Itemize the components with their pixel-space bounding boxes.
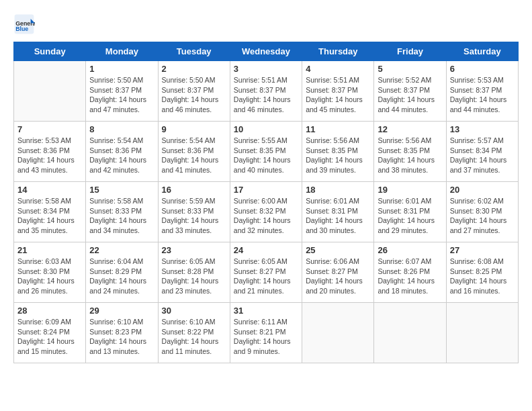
calendar-cell: 28Sunrise: 6:09 AMSunset: 8:24 PMDayligh… [14, 303, 86, 363]
weekday-header-tuesday: Tuesday [158, 42, 230, 61]
calendar-cell [302, 303, 374, 363]
day-number: 11 [306, 124, 370, 134]
calendar-cell: 15Sunrise: 5:58 AMSunset: 8:33 PMDayligh… [86, 182, 158, 242]
calendar-cell: 24Sunrise: 6:05 AMSunset: 8:27 PMDayligh… [230, 242, 302, 303]
weekday-header-saturday: Saturday [446, 42, 518, 61]
day-info: Sunrise: 5:51 AMSunset: 8:37 PMDaylight:… [306, 75, 370, 115]
day-info: Sunrise: 5:59 AMSunset: 8:33 PMDaylight:… [162, 196, 226, 236]
day-info: Sunrise: 6:01 AMSunset: 8:31 PMDaylight:… [378, 196, 442, 236]
weekday-header-monday: Monday [86, 42, 158, 61]
calendar-cell: 23Sunrise: 6:05 AMSunset: 8:28 PMDayligh… [158, 242, 230, 303]
day-number: 20 [450, 185, 515, 195]
day-info: Sunrise: 5:57 AMSunset: 8:34 PMDaylight:… [450, 136, 515, 175]
logo-icon: General Blue [13, 13, 35, 35]
day-number: 27 [450, 245, 515, 255]
day-number: 24 [234, 245, 298, 255]
day-info: Sunrise: 6:06 AMSunset: 8:27 PMDaylight:… [306, 257, 370, 296]
day-info: Sunrise: 5:52 AMSunset: 8:37 PMDaylight:… [378, 75, 442, 115]
day-info: Sunrise: 6:10 AMSunset: 8:22 PMDaylight:… [162, 317, 226, 357]
calendar-cell: 22Sunrise: 6:04 AMSunset: 8:29 PMDayligh… [86, 242, 158, 303]
day-info: Sunrise: 6:09 AMSunset: 8:24 PMDaylight:… [17, 317, 82, 357]
calendar-cell: 19Sunrise: 6:01 AMSunset: 8:31 PMDayligh… [374, 182, 446, 242]
day-number: 17 [234, 185, 298, 195]
weekday-header-sunday: Sunday [14, 42, 86, 61]
day-number: 9 [162, 124, 226, 134]
week-row-1: 1Sunrise: 5:50 AMSunset: 8:37 PMDaylight… [14, 61, 519, 122]
calendar-cell: 20Sunrise: 6:02 AMSunset: 8:30 PMDayligh… [446, 182, 518, 242]
calendar-cell [14, 61, 86, 122]
calendar-cell: 14Sunrise: 5:58 AMSunset: 8:34 PMDayligh… [14, 182, 86, 242]
day-number: 14 [17, 185, 82, 195]
day-number: 5 [378, 64, 442, 74]
calendar-cell: 10Sunrise: 5:55 AMSunset: 8:35 PMDayligh… [230, 122, 302, 182]
calendar-cell: 13Sunrise: 5:57 AMSunset: 8:34 PMDayligh… [446, 122, 518, 182]
calendar-cell: 18Sunrise: 6:01 AMSunset: 8:31 PMDayligh… [302, 182, 374, 242]
day-number: 13 [450, 124, 515, 134]
calendar-cell: 31Sunrise: 6:11 AMSunset: 8:21 PMDayligh… [230, 303, 302, 363]
calendar-cell: 3Sunrise: 5:51 AMSunset: 8:37 PMDaylight… [230, 61, 302, 122]
week-row-4: 21Sunrise: 6:03 AMSunset: 8:30 PMDayligh… [14, 242, 519, 303]
day-number: 23 [162, 245, 226, 255]
calendar-cell [374, 303, 446, 363]
day-number: 2 [162, 64, 226, 74]
calendar-cell: 30Sunrise: 6:10 AMSunset: 8:22 PMDayligh… [158, 303, 230, 363]
day-number: 7 [17, 124, 82, 134]
day-number: 6 [450, 64, 515, 74]
day-number: 29 [89, 306, 154, 316]
day-number: 28 [17, 306, 82, 316]
day-info: Sunrise: 5:56 AMSunset: 8:35 PMDaylight:… [378, 136, 442, 175]
calendar-cell: 6Sunrise: 5:53 AMSunset: 8:37 PMDaylight… [446, 61, 518, 122]
day-info: Sunrise: 5:53 AMSunset: 8:36 PMDaylight:… [17, 136, 82, 175]
week-row-5: 28Sunrise: 6:09 AMSunset: 8:24 PMDayligh… [14, 303, 519, 363]
day-number: 8 [89, 124, 154, 134]
calendar-cell: 11Sunrise: 5:56 AMSunset: 8:35 PMDayligh… [302, 122, 374, 182]
day-number: 26 [378, 245, 442, 255]
calendar-cell: 7Sunrise: 5:53 AMSunset: 8:36 PMDaylight… [14, 122, 86, 182]
logo: General Blue [13, 13, 38, 35]
day-info: Sunrise: 6:00 AMSunset: 8:32 PMDaylight:… [234, 196, 298, 236]
day-number: 31 [234, 306, 298, 316]
weekday-header-friday: Friday [374, 42, 446, 61]
page-header: General Blue [13, 13, 519, 35]
calendar-cell: 25Sunrise: 6:06 AMSunset: 8:27 PMDayligh… [302, 242, 374, 303]
calendar-cell [446, 303, 518, 363]
calendar-cell: 21Sunrise: 6:03 AMSunset: 8:30 PMDayligh… [14, 242, 86, 303]
day-info: Sunrise: 6:05 AMSunset: 8:28 PMDaylight:… [162, 257, 226, 296]
day-info: Sunrise: 5:55 AMSunset: 8:35 PMDaylight:… [234, 136, 298, 175]
calendar-cell: 4Sunrise: 5:51 AMSunset: 8:37 PMDaylight… [302, 61, 374, 122]
day-number: 3 [234, 64, 298, 74]
day-info: Sunrise: 5:58 AMSunset: 8:33 PMDaylight:… [89, 196, 154, 236]
day-info: Sunrise: 6:01 AMSunset: 8:31 PMDaylight:… [306, 196, 370, 236]
day-number: 18 [306, 185, 370, 195]
day-info: Sunrise: 5:51 AMSunset: 8:37 PMDaylight:… [234, 75, 298, 115]
day-number: 19 [378, 185, 442, 195]
week-row-2: 7Sunrise: 5:53 AMSunset: 8:36 PMDaylight… [14, 122, 519, 182]
week-row-3: 14Sunrise: 5:58 AMSunset: 8:34 PMDayligh… [14, 182, 519, 242]
day-number: 16 [162, 185, 226, 195]
day-number: 15 [89, 185, 154, 195]
calendar-cell: 2Sunrise: 5:50 AMSunset: 8:37 PMDaylight… [158, 61, 230, 122]
day-number: 10 [234, 124, 298, 134]
calendar-cell: 16Sunrise: 5:59 AMSunset: 8:33 PMDayligh… [158, 182, 230, 242]
day-info: Sunrise: 6:10 AMSunset: 8:23 PMDaylight:… [89, 317, 154, 357]
day-number: 21 [17, 245, 82, 255]
day-info: Sunrise: 5:50 AMSunset: 8:37 PMDaylight:… [162, 75, 226, 115]
calendar-header: SundayMondayTuesdayWednesdayThursdayFrid… [14, 42, 519, 61]
weekday-header-thursday: Thursday [302, 42, 374, 61]
day-number: 22 [89, 245, 154, 255]
calendar-cell: 27Sunrise: 6:08 AMSunset: 8:25 PMDayligh… [446, 242, 518, 303]
day-info: Sunrise: 6:05 AMSunset: 8:27 PMDaylight:… [234, 257, 298, 296]
day-number: 1 [89, 64, 154, 74]
day-number: 12 [378, 124, 442, 134]
calendar-cell: 1Sunrise: 5:50 AMSunset: 8:37 PMDaylight… [86, 61, 158, 122]
calendar-cell: 12Sunrise: 5:56 AMSunset: 8:35 PMDayligh… [374, 122, 446, 182]
svg-text:Blue: Blue [15, 26, 28, 32]
day-number: 4 [306, 64, 370, 74]
day-info: Sunrise: 6:11 AMSunset: 8:21 PMDaylight:… [234, 317, 298, 357]
day-info: Sunrise: 5:58 AMSunset: 8:34 PMDaylight:… [17, 196, 82, 236]
day-info: Sunrise: 6:04 AMSunset: 8:29 PMDaylight:… [89, 257, 154, 296]
calendar-cell: 8Sunrise: 5:54 AMSunset: 8:36 PMDaylight… [86, 122, 158, 182]
day-info: Sunrise: 5:54 AMSunset: 8:36 PMDaylight:… [162, 136, 226, 175]
day-info: Sunrise: 5:50 AMSunset: 8:37 PMDaylight:… [89, 75, 154, 115]
calendar-table: SundayMondayTuesdayWednesdayThursdayFrid… [13, 42, 519, 363]
